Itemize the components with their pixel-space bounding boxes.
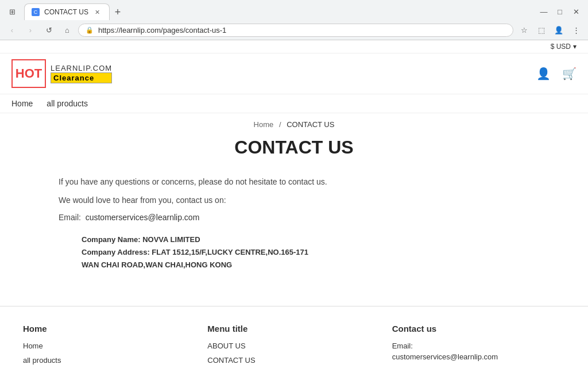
contact-para1: If you have any questions or concerns, p…	[59, 175, 529, 188]
footer-email-label: Email:	[392, 342, 565, 350]
home-button[interactable]: ⌂	[60, 22, 75, 37]
footer-link-home[interactable]: Home	[23, 342, 196, 350]
company-address: FLAT 1512,15/F,LUCKY CENTRE,NO.165-171	[152, 248, 308, 256]
tab-title: CONTACT US	[44, 8, 88, 16]
logo-text: LEARNLIP.COM Clearance	[51, 64, 112, 83]
footer-col-home: Home Home all products	[23, 324, 196, 365]
logo[interactable]: HOT LEARNLIP.COM Clearance	[11, 59, 112, 88]
logo-hot-text: HOT	[16, 66, 42, 81]
currency-label: $ USD	[551, 43, 571, 51]
logo-hot-box: HOT	[11, 59, 46, 88]
breadcrumb: Home / CONTACT US	[0, 113, 588, 131]
profile-button[interactable]: 👤	[551, 22, 566, 37]
page-title: CONTACT US	[59, 137, 529, 158]
header-icons: 👤 🛒	[536, 67, 577, 80]
top-bar: $ USD ▾	[0, 40, 588, 53]
company-address-line: Company Address: FLAT 1512,15/F,LUCKY CE…	[82, 246, 529, 259]
address-bar: ‹ › ↺ ⌂ 🔒 ☆ ⬚ 👤 ⋮	[0, 20, 588, 40]
contact-para2: We would love to hear from you, contact …	[59, 194, 529, 206]
breadcrumb-home[interactable]: Home	[254, 120, 274, 129]
address-input-wrap[interactable]: 🔒	[78, 24, 513, 37]
footer-link-products[interactable]: all products	[23, 356, 196, 365]
company-info: Company Name: NOVVA LIMITED Company Addr…	[82, 233, 529, 271]
tab-bar: C CONTACT US ✕ +	[24, 3, 532, 20]
currency-arrow: ▾	[573, 43, 577, 51]
email-label: Email:	[59, 213, 81, 222]
reload-button[interactable]: ↺	[41, 22, 56, 37]
bookmark-button[interactable]: ☆	[517, 22, 532, 37]
back-button[interactable]: ‹	[5, 22, 20, 37]
minimize-button[interactable]: —	[536, 5, 551, 20]
page-content: CONTACT US If you have any questions or …	[36, 131, 552, 306]
tab-close-button[interactable]: ✕	[93, 7, 102, 17]
footer-link-contact[interactable]: CONTACT US	[207, 356, 380, 365]
close-window-button[interactable]: ✕	[568, 5, 583, 20]
cart-icon[interactable]: 🛒	[562, 67, 577, 80]
company-name-line: Company Name: NOVVA LIMITED	[82, 233, 529, 246]
nav-item-products[interactable]: all products	[47, 99, 88, 108]
tab-favicon: C	[32, 8, 40, 16]
footer-col3-title: Contact us	[392, 324, 565, 334]
website: $ USD ▾ HOT LEARNLIP.COM Clearance 👤 🛒 H…	[0, 40, 588, 365]
menu-button[interactable]: ⋮	[568, 22, 583, 37]
forward-button[interactable]: ›	[23, 22, 38, 37]
address-actions: ☆ ⬚ 👤 ⋮	[517, 22, 583, 37]
browser-chrome: ⊞ C CONTACT US ✕ + — □ ✕ ‹ › ↺ ⌂ 🔒 ☆ ⬚	[0, 0, 588, 40]
email-line: Email: customerservices@learnlip.com	[59, 213, 529, 222]
account-icon[interactable]: 👤	[536, 67, 551, 80]
footer-link-about[interactable]: ABOUT US	[207, 342, 380, 350]
company-city-line: WAN CHAI ROAD,WAN CHAI,HONG KONG	[82, 259, 529, 271]
lock-icon: 🔒	[86, 26, 94, 34]
nav-item-home[interactable]: Home	[11, 99, 33, 108]
site-header: HOT LEARNLIP.COM Clearance 👤 🛒	[0, 53, 588, 94]
extensions-button[interactable]: ⬚	[534, 22, 549, 37]
new-tab-button[interactable]: +	[110, 4, 126, 20]
email-address[interactable]: customerservices@learnlip.com	[86, 213, 200, 222]
company-address-label: Company Address:	[82, 248, 150, 256]
tab-list-button[interactable]: ⊞	[5, 5, 20, 20]
footer-col2-title: Menu title	[207, 324, 380, 334]
currency-selector[interactable]: $ USD ▾	[551, 43, 577, 51]
logo-clearance: Clearance	[51, 72, 112, 83]
footer-email[interactable]: customerservices@learnlip.com	[392, 352, 565, 361]
company-name: NOVVA LIMITED	[142, 235, 200, 244]
window-controls: — □ ✕	[536, 5, 583, 20]
breadcrumb-current: CONTACT US	[287, 120, 334, 129]
title-bar: ⊞ C CONTACT US ✕ + — □ ✕	[0, 0, 588, 20]
footer-col-menu: Menu title ABOUT US CONTACT US PRIVACY S…	[207, 324, 380, 365]
active-tab[interactable]: C CONTACT US ✕	[24, 3, 110, 20]
footer-col1-title: Home	[23, 324, 196, 334]
footer-col-contact: Contact us Email: customerservices@learn…	[392, 324, 565, 365]
breadcrumb-separator: /	[279, 120, 281, 129]
logo-name: LEARNLIP.COM	[51, 64, 112, 72]
maximize-button[interactable]: □	[552, 5, 567, 20]
address-input[interactable]	[98, 26, 506, 34]
company-name-label: Company Name:	[82, 235, 141, 244]
main-nav: Home all products	[0, 94, 588, 113]
site-footer: Home Home all products Menu title ABOUT …	[0, 306, 588, 365]
